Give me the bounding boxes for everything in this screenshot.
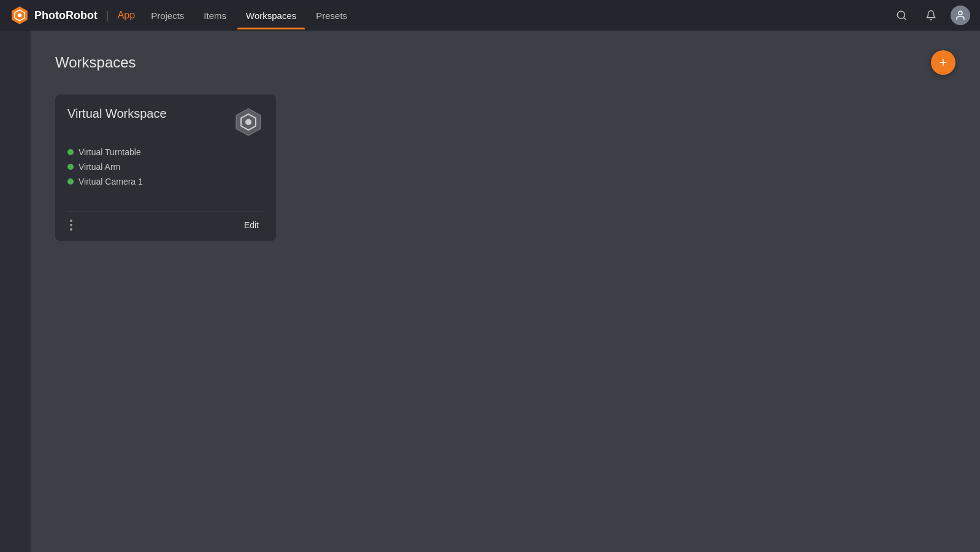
sidebar	[0, 31, 31, 552]
nav-projects[interactable]: Projects	[142, 7, 193, 25]
layout: Workspaces + Virtual Workspace	[0, 31, 980, 552]
nav-items[interactable]: Items	[195, 7, 235, 25]
page-title: Workspaces	[55, 54, 136, 71]
workspace-card[interactable]: Virtual Workspace Virtual Turntable	[55, 94, 276, 241]
device-item: Virtual Turntable	[67, 147, 264, 157]
brand-divider: |	[106, 9, 109, 22]
card-header: Virtual Workspace	[67, 107, 264, 137]
nav-links: Projects Items Workspaces Presets	[142, 7, 892, 25]
brand-name: PhotoRobot	[34, 9, 98, 22]
status-dot-online	[67, 178, 74, 185]
status-dot-online	[67, 164, 74, 170]
edit-button[interactable]: Edit	[239, 218, 264, 232]
svg-point-8	[245, 119, 251, 125]
main-content: Workspaces + Virtual Workspace	[31, 31, 980, 552]
navbar: PhotoRobot | App Projects Items Workspac…	[0, 0, 980, 31]
device-name: Virtual Camera 1	[78, 177, 143, 186]
svg-point-2	[18, 13, 21, 17]
page-header: Workspaces +	[55, 50, 955, 75]
nav-workspaces[interactable]: Workspaces	[237, 7, 305, 25]
device-name: Virtual Turntable	[78, 147, 141, 157]
plus-icon: +	[940, 55, 947, 71]
svg-line-4	[903, 17, 905, 19]
brand-logo-icon	[10, 6, 29, 25]
card-footer: Edit	[67, 211, 264, 232]
workspace-title: Virtual Workspace	[67, 107, 167, 121]
dot-icon	[70, 220, 72, 222]
more-options-button[interactable]	[67, 218, 75, 232]
svg-point-5	[959, 11, 962, 15]
device-name: Virtual Arm	[78, 162, 120, 172]
dot-icon	[70, 228, 72, 231]
navbar-right	[892, 6, 970, 25]
notifications-button[interactable]	[921, 6, 941, 25]
workspace-logo-icon	[233, 107, 264, 137]
brand: PhotoRobot | App	[10, 6, 135, 25]
device-item: Virtual Arm	[67, 162, 264, 172]
workspaces-grid: Virtual Workspace Virtual Turntable	[55, 94, 955, 241]
brand-app: App	[118, 10, 135, 21]
device-list: Virtual Turntable Virtual Arm Virtual Ca…	[67, 147, 264, 186]
search-button[interactable]	[892, 6, 911, 25]
avatar[interactable]	[951, 6, 970, 25]
status-dot-online	[67, 149, 74, 155]
user-icon	[955, 10, 966, 21]
add-workspace-button[interactable]: +	[931, 50, 955, 75]
nav-presets[interactable]: Presets	[307, 7, 356, 25]
bell-icon	[925, 10, 936, 21]
device-item: Virtual Camera 1	[67, 177, 264, 186]
search-icon	[896, 10, 907, 21]
dot-icon	[70, 224, 72, 226]
